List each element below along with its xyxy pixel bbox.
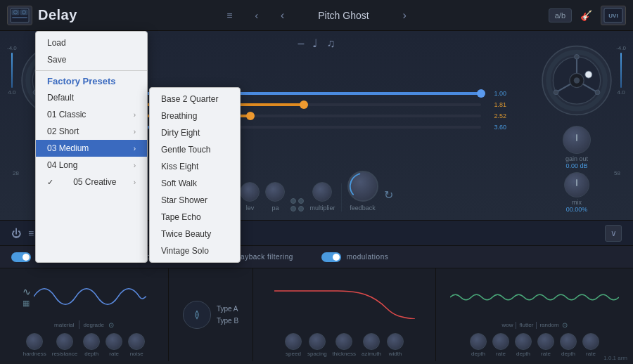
submenu-item-tape-echo[interactable]: Tape Echo [150, 209, 240, 226]
flutter-depth-knob-group: depth [515, 333, 532, 357]
menu-save-item[interactable]: Save [36, 51, 147, 68]
waveform-bar-icon[interactable]: ▦ [23, 299, 30, 308]
flutter-rate-knob[interactable] [537, 333, 554, 350]
chevron-right-icon-2: › [134, 128, 136, 136]
thickness-knob-group: thickness [333, 333, 356, 357]
slider-value-4: 3.60 [485, 124, 506, 131]
menu-item-04-long[interactable]: 04 Long › [36, 157, 147, 174]
gain-out-value: 0.00 dB [563, 162, 591, 169]
multiplier-knob[interactable] [312, 182, 332, 202]
level-knob[interactable] [240, 182, 260, 202]
svg-point-19 [349, 172, 377, 200]
toolbar-back-button[interactable]: ‹ [249, 7, 264, 24]
tape-depth-knob[interactable] [83, 333, 100, 350]
slider-value-1: 1.00 [485, 90, 506, 97]
ab-button[interactable]: a/b [549, 8, 572, 22]
multiplier-label: multiplier [309, 204, 335, 212]
menu-item-05-creative[interactable]: ✓ 05 Creative › [36, 174, 147, 190]
gain-out-knob[interactable] [563, 126, 591, 154]
app-title: Delay [38, 7, 77, 23]
slider-thumb-1[interactable] [477, 89, 485, 98]
random-rate-label: rate [586, 351, 596, 357]
mix-knob[interactable] [564, 172, 589, 197]
submenu-item-twice-beauty[interactable]: Twice Beauty [150, 226, 240, 242]
transport-note-button[interactable]: ♩ [312, 37, 318, 50]
modulations-toggle-group: modulations [321, 252, 388, 262]
width-knob[interactable] [387, 333, 404, 350]
random-settings-icon[interactable]: ⊙ [562, 321, 568, 329]
noise-knob[interactable] [128, 333, 145, 350]
submenu-item-star-shower[interactable]: Star Shower [150, 192, 240, 209]
random-depth-knob-group: depth [560, 333, 577, 357]
wow-depth-knob[interactable] [470, 333, 487, 350]
random-depth-knob[interactable] [560, 333, 577, 350]
tape-waveform-svg [34, 282, 146, 311]
submenu-item-dirty-eight[interactable]: Dirty Eight [150, 124, 240, 141]
speed-knob[interactable] [285, 333, 302, 350]
preset-list-button[interactable]: ≡ [28, 228, 34, 239]
feedback-knob-group: feedback [347, 171, 378, 212]
tape-rate-knob-group: rate [106, 333, 122, 357]
submenu-item-soft-walk[interactable]: Soft Walk [150, 175, 240, 192]
submenu-item-kiss-eight[interactable]: Kiss Eight [150, 158, 240, 175]
azimuth-label: azimuth [362, 351, 381, 357]
uvi-logo: UVI [601, 6, 626, 25]
resistance-knob[interactable] [56, 333, 73, 350]
nav-prev-button[interactable]: › [275, 6, 290, 25]
submenu-item-vintage-solo[interactable]: Vintage Solo [150, 242, 240, 259]
pan-knob[interactable] [265, 182, 285, 202]
toolbar-menu-button[interactable]: ≡ [221, 7, 238, 24]
nav-next-button[interactable]: › [397, 6, 411, 25]
slider-thumb-3[interactable] [246, 112, 255, 120]
header-center: ≡ ‹ › Pitch Ghost › [148, 6, 485, 25]
azimuth-knob[interactable] [363, 333, 380, 350]
icon-dot-2 [298, 198, 304, 204]
waveform-sine-icon[interactable]: ∿ [23, 286, 31, 297]
tape-simulation-toggle[interactable] [11, 252, 31, 262]
slider-thumb-2[interactable] [300, 100, 308, 109]
type-selector-circle[interactable] [183, 301, 211, 329]
check-icon: ✓ [47, 178, 53, 187]
thickness-knob[interactable] [335, 333, 352, 350]
noise-label: noise [130, 351, 143, 357]
feedback-knob[interactable] [347, 171, 378, 202]
random-rate-knob-group: rate [582, 333, 599, 357]
compander-panel: Type A Type B [169, 268, 253, 361]
degrade-settings-icon[interactable]: ⊙ [108, 321, 114, 329]
modulations-label: modulations [347, 253, 388, 261]
header-left: Delay [7, 6, 148, 25]
submenu-item-gentle-touch[interactable]: Gentle Touch [150, 141, 240, 158]
tape-rate-knob[interactable] [106, 333, 122, 350]
playback-waveform-area [260, 273, 428, 330]
mod-knobs-row: depth rate depth rate depth [443, 333, 626, 357]
tape-depth-knob-group: depth [83, 333, 100, 357]
submenu-item-base2quarter[interactable]: Base 2 Quarter [150, 91, 240, 108]
playback-filtering-label: playback filtering [234, 253, 293, 261]
menu-item-default[interactable]: Default [36, 89, 147, 106]
feedback-cycle-icon[interactable]: ↻ [384, 188, 393, 202]
flutter-depth-knob[interactable] [515, 333, 532, 350]
width-label: width [389, 351, 402, 357]
spacing-knob[interactable] [309, 333, 326, 350]
transport-row: – ♩ ♫ [298, 37, 335, 50]
hardness-knob[interactable] [26, 333, 43, 350]
speed-knob-group: speed [285, 333, 302, 357]
wow-rate-knob-group: rate [492, 333, 509, 357]
random-rate-knob[interactable] [582, 333, 599, 350]
tape-suite-logo [7, 6, 32, 25]
menu-item-01-classic[interactable]: 01 Classic › [36, 106, 147, 123]
menu-load-item[interactable]: Load [36, 34, 147, 51]
chevron-right-icon: › [134, 111, 136, 119]
transport-notes-button[interactable]: ♫ [326, 37, 335, 50]
menu-item-03-medium[interactable]: 03 Medium › [36, 140, 147, 157]
wow-rate-knob[interactable] [492, 333, 509, 350]
modulations-toggle[interactable] [321, 252, 341, 262]
menu-item-02-short[interactable]: 02 Short › [36, 123, 147, 140]
spacing-knob-group: spacing [307, 333, 327, 357]
submenu-item-breathing[interactable]: Breathing [150, 108, 240, 124]
flutter-rate-knob-group: rate [537, 333, 554, 357]
preset-expand-button[interactable]: ∨ [605, 225, 622, 242]
preset-power-button[interactable]: ⏻ [11, 228, 21, 239]
transport-prev-button[interactable]: – [298, 37, 305, 50]
modulations-panel: wow flutter random ⊙ depth rate dept [436, 268, 633, 361]
